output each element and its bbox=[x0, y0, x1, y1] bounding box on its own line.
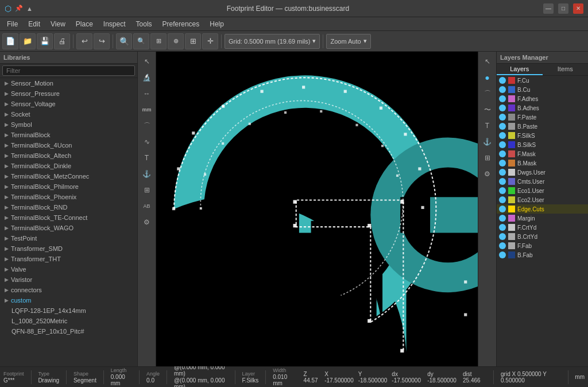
lib-item[interactable]: ▶Sensor_Motion bbox=[0, 78, 137, 88]
lib-item[interactable]: ▶TerminalBlock_Philmore bbox=[0, 181, 137, 192]
lib-item[interactable]: ▶connectors bbox=[0, 285, 137, 295]
print-button[interactable]: 🖨 bbox=[54, 33, 70, 49]
lib-item[interactable]: QFN-88_EP_10x10_Pitc# bbox=[0, 326, 137, 336]
save-button[interactable]: 💾 bbox=[37, 33, 53, 49]
zoom-dropdown[interactable]: Zoom Auto ▾ bbox=[326, 34, 370, 49]
lib-item[interactable]: ▶TerminalBlock_4Ucon bbox=[0, 140, 137, 150]
menu-item-preferences[interactable]: Preferences bbox=[158, 19, 204, 29]
layer-row[interactable]: B.Mask bbox=[497, 158, 588, 168]
lib-item[interactable]: ▶Transformer_THT bbox=[0, 254, 137, 264]
layer-row[interactable]: F.SilkS bbox=[497, 131, 588, 140]
zoom-in-button[interactable]: 🔍 bbox=[116, 33, 132, 49]
new-button[interactable]: 📄 bbox=[2, 33, 18, 49]
layer-row[interactable]: B.CrtYd bbox=[497, 232, 588, 241]
layer-row[interactable]: B.Adhes bbox=[497, 103, 588, 113]
titlebar-menu[interactable]: ▲ bbox=[26, 5, 33, 12]
layer-row[interactable]: F.Cu bbox=[497, 76, 588, 85]
layer-row[interactable]: Eco2.User bbox=[497, 195, 588, 204]
layer-row[interactable]: Cmts.User bbox=[497, 177, 588, 186]
tab-items[interactable]: Items bbox=[543, 64, 589, 75]
zoom-out-button[interactable]: 🔍 bbox=[133, 33, 149, 49]
lib-item[interactable]: ▶Valve bbox=[0, 264, 137, 274]
curve-tool[interactable]: ∿ bbox=[140, 134, 154, 149]
lib-item[interactable]: LQFP-128-1EP_14x14mm bbox=[0, 305, 137, 316]
layer-row[interactable]: F.CrtYd bbox=[497, 223, 588, 232]
snap-button[interactable]: ✛ bbox=[202, 33, 218, 49]
inspect-tool[interactable]: 🔬 bbox=[140, 70, 154, 85]
svg-rect-17 bbox=[344, 90, 347, 93]
text-right-tool[interactable]: T bbox=[480, 118, 495, 133]
layer-row[interactable]: B.Paste bbox=[497, 122, 588, 131]
grid-right-tool[interactable]: ⊞ bbox=[480, 150, 495, 165]
menu-item-place[interactable]: Place bbox=[71, 19, 98, 29]
lib-item[interactable]: ▶Transformer_SMD bbox=[0, 243, 137, 254]
layer-row[interactable]: B.SilkS bbox=[497, 140, 588, 149]
settings-tool[interactable]: ⚙ bbox=[140, 215, 154, 230]
minimize-button[interactable]: — bbox=[543, 3, 554, 14]
circle-tool[interactable]: ● bbox=[480, 70, 495, 85]
canvas-area[interactable] bbox=[156, 52, 478, 366]
maximize-button[interactable]: □ bbox=[558, 3, 568, 14]
anchor-right-tool[interactable]: ⚓ bbox=[480, 134, 495, 149]
close-button[interactable]: ✕ bbox=[573, 3, 583, 14]
lib-item[interactable]: ▶TerminalBlock_TE-Connect bbox=[0, 212, 137, 223]
sep9 bbox=[568, 370, 568, 384]
grid-tool[interactable]: ⊞ bbox=[140, 183, 154, 198]
undo-button[interactable]: ↩ bbox=[76, 33, 92, 49]
tab-layers[interactable]: Layers bbox=[497, 64, 543, 75]
pointer-tool[interactable]: ↖ bbox=[480, 54, 495, 69]
lib-item-label: L_1008_2520Metric bbox=[11, 318, 67, 324]
layer-row[interactable]: B.Cu bbox=[497, 85, 588, 94]
lib-item[interactable]: ▶TerminalBlock_MetzConnec bbox=[0, 171, 137, 181]
layer-row[interactable]: Dwgs.User bbox=[497, 168, 588, 177]
search-input[interactable] bbox=[2, 65, 135, 76]
layer-row[interactable]: Eco1.User bbox=[497, 186, 588, 195]
menu-item-view[interactable]: View bbox=[46, 19, 70, 29]
lib-item[interactable]: ▶TerminalBlock_Altech bbox=[0, 150, 137, 161]
layer-row[interactable]: F.Fab bbox=[497, 241, 588, 250]
menu-item-help[interactable]: Help bbox=[205, 19, 229, 29]
lib-item[interactable]: ▶Varistor bbox=[0, 274, 137, 285]
lib-item[interactable]: ▶TerminalBlock bbox=[0, 130, 137, 140]
arc-right-tool[interactable]: ⌒ bbox=[480, 86, 495, 101]
mm-tool[interactable]: mm bbox=[140, 102, 154, 117]
width-status: Width 0.010 mm bbox=[273, 367, 294, 386]
menu-item-edit[interactable]: Edit bbox=[24, 19, 45, 29]
lib-item[interactable]: ▶Socket bbox=[0, 109, 137, 119]
anchor-tool[interactable]: ⚓ bbox=[140, 167, 154, 181]
lib-item[interactable]: ▶Sensor_Pressure bbox=[0, 88, 137, 99]
lib-item[interactable]: L_1008_2520Metric bbox=[0, 316, 137, 326]
lib-item[interactable]: ▶TerminalBlock_WAGO bbox=[0, 223, 137, 233]
zoom-selection-button[interactable]: ⊕ bbox=[168, 33, 184, 49]
menu-item-inspect[interactable]: Inspect bbox=[99, 19, 130, 29]
layer-row[interactable]: Margin bbox=[497, 214, 588, 223]
grid-button[interactable]: ⊞ bbox=[185, 33, 201, 49]
arc-tool[interactable]: ⌒ bbox=[140, 118, 154, 133]
layer-row[interactable]: B.Fab bbox=[497, 250, 588, 260]
grid-dropdown[interactable]: Grid: 0.5000 mm (19.69 mils) ▾ bbox=[225, 34, 320, 49]
expand-arrow: ▶ bbox=[5, 153, 9, 158]
titlebar-pin[interactable]: 📌 bbox=[15, 5, 23, 12]
settings-right-tool[interactable]: ⚙ bbox=[480, 167, 495, 181]
lib-item[interactable]: ▶TestPoint bbox=[0, 233, 137, 243]
lib-item[interactable]: ▶TerminalBlock_RND bbox=[0, 202, 137, 212]
menu-item-tools[interactable]: Tools bbox=[131, 19, 157, 29]
menu-item-file[interactable]: File bbox=[2, 19, 22, 29]
lib-item[interactable]: ▶custom bbox=[0, 295, 137, 305]
redo-button[interactable]: ↪ bbox=[94, 33, 110, 49]
lib-item[interactable]: ▶Symbol bbox=[0, 119, 137, 130]
lib-item[interactable]: ▶TerminalBlock_Phoenix bbox=[0, 192, 137, 202]
select-tool[interactable]: ↖ bbox=[140, 54, 154, 69]
text-tool[interactable]: T bbox=[140, 150, 154, 165]
lib-item[interactable]: ▶Sensor_Voltage bbox=[0, 99, 137, 109]
measure-tool[interactable]: ↔ bbox=[140, 86, 154, 101]
layer-row[interactable]: F.Mask bbox=[497, 149, 588, 158]
layers-tool[interactable]: AB bbox=[140, 199, 154, 214]
layer-row[interactable]: F.Paste bbox=[497, 113, 588, 122]
layer-row[interactable]: Edge.Cuts bbox=[497, 204, 588, 214]
open-button[interactable]: 📁 bbox=[20, 33, 36, 49]
lib-item[interactable]: ▶TerminalBlock_Dinkle bbox=[0, 161, 137, 171]
curve-right-tool[interactable]: 〜 bbox=[480, 102, 495, 117]
zoom-fit-button[interactable]: ⊞ bbox=[150, 33, 167, 49]
layer-row[interactable]: F.Adhes bbox=[497, 94, 588, 103]
